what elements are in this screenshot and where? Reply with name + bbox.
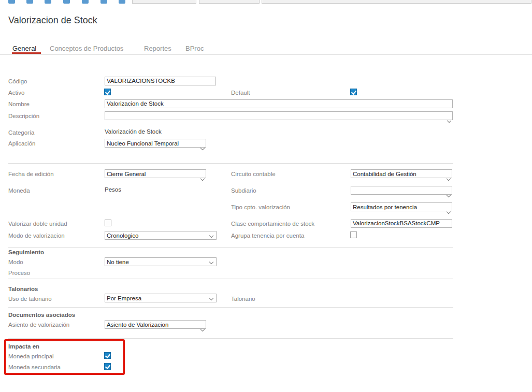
nombre-label: Nombre <box>8 101 30 107</box>
toolbar-icon-6[interactable] <box>100 0 107 4</box>
moneda-principal-checkbox[interactable] <box>104 352 111 359</box>
fecha-edicion-label: Fecha de edición <box>8 171 54 177</box>
toolbar-icon-1[interactable] <box>8 0 15 4</box>
moneda-principal-label: Moneda principal <box>8 353 54 359</box>
toolbar-icon-7[interactable] <box>119 0 125 4</box>
modo-valorizacion-select[interactable]: Cronologico <box>105 231 217 240</box>
subdiario-select[interactable] <box>351 186 452 195</box>
moneda-label: Moneda <box>8 187 30 194</box>
chevron-down-icon <box>200 146 205 151</box>
subdiario-label: Subdiario <box>231 187 256 194</box>
aplicacion-label: Aplicación <box>8 140 35 147</box>
toolbar <box>0 0 532 5</box>
section-divider <box>8 247 453 248</box>
asiento-valorizacion-label: Asiento de valorización <box>8 322 69 328</box>
section-divider <box>8 338 453 339</box>
modo-valorizacion-label: Modo de valorizacion <box>8 233 65 239</box>
default-label: Default <box>231 90 250 96</box>
section-talonarios: Talonarios <box>8 286 38 292</box>
tipo-cpto-select[interactable]: Resultados por tenencia <box>351 202 452 211</box>
descripcion-label: Descripción <box>8 113 39 119</box>
agrupa-tenencia-label: Agrupa tenencia por cuenta <box>231 233 304 239</box>
fecha-edicion-select[interactable]: Cierre General <box>105 169 206 178</box>
chevron-down-icon <box>200 177 205 181</box>
section-documentos-asociados: Documentos asociados <box>8 312 75 318</box>
tipo-cpto-label: Tipo cpto. valorización <box>231 204 290 210</box>
toolbar-segment-2[interactable] <box>199 0 260 4</box>
modo-value: No tiene <box>107 259 129 265</box>
moneda-secundaria-label: Moneda secundaria <box>8 364 61 370</box>
tab-bar-divider <box>0 54 532 55</box>
categoria-value: Valorización de Stock <box>105 128 162 135</box>
uso-talonario-label: Uso de talonario <box>8 296 52 302</box>
codigo-label: Código <box>8 78 27 84</box>
chevron-down-icon <box>447 177 451 181</box>
toolbar-icon-4[interactable] <box>63 0 70 4</box>
circuito-contable-label: Circuito contable <box>231 171 276 177</box>
tipo-cpto-value: Resultados por tenencia <box>353 204 417 210</box>
valorizar-doble-label: Valorizar doble unidad <box>8 221 67 227</box>
toolbar-segment-3[interactable] <box>262 0 531 4</box>
chevron-down-icon <box>447 119 452 123</box>
asiento-valorizacion-value: Asiento de Valorizacion <box>107 322 168 328</box>
uso-talonario-value: Por Empresa <box>107 295 141 301</box>
tab-bproc[interactable]: BProc <box>185 45 204 52</box>
section-seguimiento: Seguimiento <box>8 249 44 255</box>
nombre-input[interactable]: Valorizacion de Stock <box>105 99 453 108</box>
toolbar-icon-2[interactable] <box>26 0 33 4</box>
chevron-down-icon <box>447 193 451 198</box>
chevron-down-icon <box>209 234 214 238</box>
active-tab-underline <box>12 52 41 54</box>
activo-checkbox[interactable] <box>104 89 111 95</box>
moneda-value: Pesos <box>105 186 121 193</box>
toolbar-icon-5[interactable] <box>82 0 89 4</box>
fecha-edicion-value: Cierre General <box>107 171 146 177</box>
tab-reportes[interactable]: Reportes <box>144 45 171 52</box>
activo-label: Activo <box>8 90 24 96</box>
descripcion-select[interactable] <box>105 111 453 120</box>
section-divider <box>8 279 453 279</box>
page: { "header": { "title": "Valorizacion de … <box>0 0 532 392</box>
categoria-label: Categoría <box>8 129 35 136</box>
tab-conceptos-de-productos[interactable]: Conceptos de Productos <box>50 45 123 52</box>
page-title: Valorizacion de Stock <box>8 15 97 26</box>
valorizar-doble-checkbox[interactable] <box>105 220 111 226</box>
aplicacion-select[interactable]: Nucleo Funcional Temporal <box>105 139 206 148</box>
circuito-contable-select[interactable]: Contabilidad de Gestión <box>351 169 452 178</box>
clase-comportamiento-label: Clase comportamiento de stock <box>231 221 314 227</box>
chevron-down-icon <box>200 327 205 332</box>
modo-valorizacion-value: Cronologico <box>107 233 138 239</box>
aplicacion-value: Nucleo Funcional Temporal <box>107 140 179 147</box>
chevron-down-icon <box>209 260 214 265</box>
asiento-valorizacion-select[interactable]: Asiento de Valorizacion <box>105 320 206 329</box>
toolbar-segment-1[interactable] <box>132 0 196 4</box>
tab-general[interactable]: General <box>12 45 36 52</box>
section-impacta-en: Impacta en <box>8 343 39 350</box>
section-divider <box>8 307 453 308</box>
modo-label: Modo <box>8 259 23 265</box>
clase-comportamiento-input[interactable]: ValorizacionStockBSAStockCMP <box>351 219 452 228</box>
chevron-down-icon <box>209 296 214 301</box>
moneda-secundaria-checkbox[interactable] <box>104 363 111 370</box>
talonario-label: Talonario <box>231 296 255 302</box>
chevron-down-icon <box>447 210 451 214</box>
proceso-label: Proceso <box>8 270 30 276</box>
default-checkbox[interactable] <box>350 89 357 95</box>
uso-talonario-select[interactable]: Por Empresa <box>105 294 217 302</box>
codigo-input[interactable]: VALORIZACIONSTOCKB <box>105 77 216 85</box>
modo-select[interactable]: No tiene <box>105 257 217 266</box>
toolbar-icon-3[interactable] <box>45 0 51 4</box>
circuito-contable-value: Contabilidad de Gestión <box>353 171 416 177</box>
section-divider <box>8 163 453 164</box>
agrupa-tenencia-checkbox[interactable] <box>350 231 357 238</box>
